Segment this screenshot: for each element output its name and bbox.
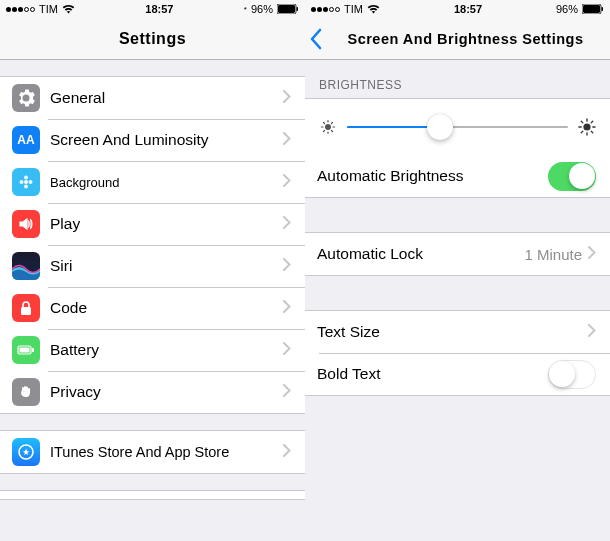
svg-point-5 [24, 185, 28, 189]
row-label: Screen And Luminosity [50, 131, 283, 149]
nav-header: Screen And Brightness Settings [305, 18, 610, 60]
back-button[interactable] [309, 28, 321, 50]
signal-icon [311, 7, 340, 12]
gear-icon [12, 84, 40, 112]
svg-rect-11 [32, 348, 34, 352]
row-background[interactable]: Background [0, 161, 305, 203]
svg-rect-8 [21, 307, 31, 315]
svg-point-6 [20, 180, 24, 184]
sun-high-icon [578, 118, 596, 136]
svg-rect-10 [20, 348, 30, 353]
carrier-label: TIM [344, 3, 363, 15]
chevron-right-icon [283, 383, 291, 401]
row-label: Battery [50, 341, 283, 359]
svg-point-3 [24, 180, 28, 184]
svg-rect-15 [602, 7, 604, 11]
page-title: Screen And Brightness Settings [347, 31, 583, 47]
row-label: ITunes Store And App Store [50, 444, 283, 460]
row-label: Bold Text [317, 365, 548, 383]
row-label: General [50, 89, 283, 107]
row-auto-brightness: Automatic Brightness [305, 155, 610, 197]
time-label: 18:57 [454, 3, 482, 15]
row-code[interactable]: Code [0, 287, 305, 329]
row-itunes-appstore[interactable]: ITunes Store And App Store [0, 431, 305, 473]
svg-line-21 [324, 123, 325, 124]
svg-point-16 [325, 124, 331, 130]
row-battery[interactable]: Battery [0, 329, 305, 371]
chevron-right-icon [283, 89, 291, 107]
row-label: Play [50, 215, 283, 233]
row-screen-luminosity[interactable]: AA Screen And Luminosity [0, 119, 305, 161]
svg-line-24 [332, 123, 333, 124]
svg-line-30 [581, 121, 583, 123]
svg-rect-2 [297, 7, 299, 11]
chevron-right-icon [588, 245, 596, 263]
row-general[interactable]: General [0, 77, 305, 119]
battery-label: 96% [556, 3, 578, 15]
nav-header: Settings [0, 18, 305, 60]
svg-rect-14 [583, 5, 600, 13]
status-bar: TIM 18:57 * 96% [0, 0, 305, 18]
sound-icon [12, 210, 40, 238]
row-label: Siri [50, 257, 283, 275]
carrier-label: TIM [39, 3, 58, 15]
svg-point-4 [24, 176, 28, 180]
row-bold-text: Bold Text [305, 353, 610, 395]
svg-rect-1 [278, 5, 295, 13]
chevron-right-icon [283, 341, 291, 359]
time-label: 18:57 [145, 3, 173, 15]
row-label: Automatic Brightness [317, 167, 548, 185]
battery-row-icon [12, 336, 40, 364]
chevron-right-icon [283, 257, 291, 275]
chevron-right-icon [588, 323, 596, 341]
slider-thumb[interactable] [427, 114, 453, 140]
chevron-right-icon [283, 299, 291, 317]
row-siri[interactable]: Siri [0, 245, 305, 287]
row-label: Background [50, 175, 283, 190]
text-size-icon: AA [12, 126, 40, 154]
bold-text-toggle[interactable] [548, 360, 596, 389]
siri-icon [12, 252, 40, 280]
status-bar: TIM 18:57 96% [305, 0, 610, 18]
svg-point-25 [583, 123, 590, 130]
svg-line-32 [581, 131, 583, 133]
row-privacy[interactable]: Privacy [0, 371, 305, 413]
sun-low-icon [319, 118, 337, 136]
row-text-size[interactable]: Text Size [305, 311, 610, 353]
hand-icon [12, 378, 40, 406]
page-title: Settings [119, 30, 186, 48]
chevron-right-icon [283, 443, 291, 461]
row-value: 1 Minute [524, 246, 582, 263]
brightness-slider[interactable] [347, 126, 568, 128]
row-label: Code [50, 299, 283, 317]
svg-line-23 [324, 131, 325, 132]
lock-icon [12, 294, 40, 322]
brightness-section-header: BRIGHTNESS [305, 60, 610, 98]
row-auto-lock[interactable]: Automatic Lock 1 Minute [305, 233, 610, 275]
appstore-icon [12, 438, 40, 466]
brightness-screen: TIM 18:57 96% Screen And Brightness Sett… [305, 0, 610, 541]
flower-icon [12, 168, 40, 196]
svg-line-22 [332, 131, 333, 132]
svg-line-31 [591, 131, 593, 133]
battery-label: 96% [251, 3, 273, 15]
battery-icon [277, 4, 299, 14]
svg-line-33 [591, 121, 593, 123]
chevron-right-icon [283, 215, 291, 233]
settings-screen: TIM 18:57 * 96% Settings General AA Scre… [0, 0, 305, 541]
battery-icon [582, 4, 604, 14]
chevron-right-icon [283, 173, 291, 191]
row-label: Privacy [50, 383, 283, 401]
chevron-right-icon [283, 131, 291, 149]
signal-icon [6, 7, 35, 12]
wifi-icon [62, 4, 75, 14]
wifi-icon [367, 4, 380, 14]
row-label: Text Size [317, 323, 588, 341]
brightness-slider-row [305, 99, 610, 155]
svg-point-7 [29, 180, 33, 184]
row-label: Automatic Lock [317, 245, 524, 263]
auto-brightness-toggle[interactable] [548, 162, 596, 191]
row-play[interactable]: Play [0, 203, 305, 245]
